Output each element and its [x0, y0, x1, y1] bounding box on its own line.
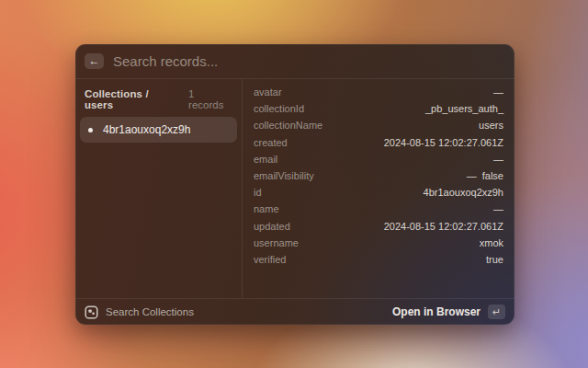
return-key-icon: ↵	[488, 305, 505, 319]
field-value: 2024-08-15 12:02:27.061Z	[384, 221, 503, 232]
field-label: name	[254, 203, 279, 214]
field-value: —	[493, 86, 503, 98]
records-sidebar: Collections / users 1 records 4br1aouxoq…	[75, 79, 242, 298]
field-label: id	[254, 187, 262, 198]
field-value: users	[479, 120, 503, 131]
pocketbase-icon	[85, 305, 98, 319]
record-id-label: 4br1aouxoq2xz9h	[103, 123, 190, 136]
record-detail-panel: avatar — collectionId _pb_users_auth_ co…	[243, 79, 514, 298]
field-label: email	[254, 154, 277, 165]
open-in-browser-label: Open in Browser	[392, 305, 481, 318]
back-button[interactable]: ←	[85, 53, 104, 69]
record-dot-icon	[88, 128, 93, 132]
detail-row-id: id 4br1aouxoq2xz9h	[254, 184, 503, 201]
detail-row-collectionId: collectionId _pb_users_auth_	[254, 100, 503, 117]
footer-bar: Search Collections Open in Browser ↵	[75, 299, 514, 325]
detail-row-username: username xmok	[254, 235, 503, 251]
record-count: 1 records	[188, 88, 232, 110]
field-label: created	[254, 137, 288, 148]
search-bar: ←	[75, 44, 514, 78]
field-label: collectionId	[254, 103, 304, 114]
field-label: avatar	[254, 86, 282, 98]
desktop-background: ← Collections / users 1 records 4br1aoux…	[0, 0, 588, 368]
content-area: Collections / users 1 records 4br1aouxoq…	[75, 79, 514, 298]
field-value: 4br1aouxoq2xz9h	[424, 187, 503, 198]
detail-row-collectionName: collectionName users	[254, 117, 503, 133]
field-value: 2024-08-15 12:02:27.061Z	[384, 137, 503, 148]
detail-row-email: email —	[254, 151, 503, 167]
field-label: emailVisibility	[254, 170, 314, 181]
detail-row-avatar: avatar —	[254, 84, 503, 100]
field-value: —	[493, 203, 503, 214]
detail-row-created: created 2024-08-15 12:02:27.061Z	[254, 134, 503, 151]
record-list-item[interactable]: 4br1aouxoq2xz9h	[80, 117, 237, 143]
field-label: updated	[254, 221, 290, 232]
detail-row-name: name —	[254, 201, 503, 217]
field-value: true	[486, 254, 503, 265]
breadcrumb: Collections / users	[85, 88, 180, 110]
search-input[interactable]	[113, 53, 505, 69]
field-label: username	[254, 237, 299, 248]
sidebar-header: Collections / users 1 records	[75, 79, 242, 116]
field-label: verified	[254, 254, 286, 265]
field-value: — false	[467, 170, 503, 181]
field-value: _pb_users_auth_	[425, 103, 503, 114]
detail-row-emailVisibility: emailVisibility — false	[254, 167, 503, 184]
detail-row-verified: verified true	[254, 251, 503, 268]
command-title: Search Collections	[106, 306, 385, 317]
open-in-browser-action[interactable]: Open in Browser ↵	[392, 305, 505, 319]
detail-row-updated: updated 2024-08-15 12:02:27.061Z	[254, 218, 503, 235]
field-label: collectionName	[254, 120, 322, 131]
field-value: —	[493, 154, 503, 165]
field-value: xmok	[480, 237, 503, 248]
command-palette-window: ← Collections / users 1 records 4br1aoux…	[75, 44, 514, 325]
